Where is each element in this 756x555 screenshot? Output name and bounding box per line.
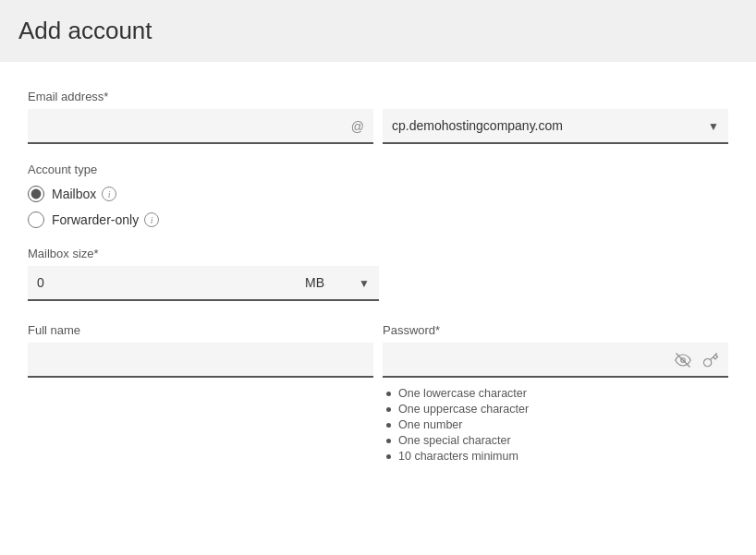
domain-select-wrapper: cp.demohostingcompany.com ▼ (383, 109, 728, 144)
mailbox-radio[interactable] (28, 186, 44, 202)
mailbox-info-icon[interactable]: i (102, 187, 116, 201)
svg-line-1 (677, 354, 690, 368)
size-unit-select[interactable]: MB GB (296, 266, 379, 301)
req-min-chars: 10 characters minimum (386, 450, 728, 463)
email-input[interactable] (28, 109, 373, 144)
email-row: Email address* @ cp.demohostingcompany.c… (28, 90, 728, 144)
password-icons (673, 350, 721, 370)
password-requirements: One lowercase character One uppercase ch… (383, 387, 728, 463)
mailbox-radio-row: Mailbox i (28, 186, 728, 202)
email-label: Email address* (28, 90, 373, 103)
mailbox-size-label: Mailbox size* (28, 247, 728, 260)
form-section: Email address* @ cp.demohostingcompany.c… (28, 90, 728, 465)
req-uppercase-text: One uppercase character (398, 403, 529, 416)
req-number-text: One number (398, 418, 462, 431)
password-input-wrapper (383, 343, 728, 378)
generate-password-button[interactable] (701, 350, 721, 370)
mailbox-size-input[interactable] (28, 266, 296, 301)
req-lowercase-bullet (386, 392, 391, 396)
password-col: Password* (383, 323, 728, 465)
account-type-label: Account type (28, 163, 728, 176)
key-icon (702, 352, 719, 368)
req-min-chars-text: 10 characters minimum (398, 450, 518, 463)
mailbox-label: Mailbox i (52, 187, 116, 201)
req-min-chars-bullet (386, 454, 391, 459)
req-uppercase-bullet (386, 407, 391, 412)
req-lowercase-text: One lowercase character (398, 387, 527, 400)
size-row: MB GB ▼ (28, 266, 379, 301)
eye-icon (675, 352, 691, 368)
req-special-text: One special character (398, 434, 511, 447)
forwarder-label: Forwarder-only i (52, 212, 159, 227)
bottom-row: Full name Password* (28, 323, 728, 465)
req-number-bullet (386, 423, 391, 428)
req-special-bullet (386, 439, 391, 443)
email-col: Email address* @ (28, 90, 373, 144)
content-area: Email address* @ cp.demohostingcompany.c… (0, 62, 756, 555)
domain-col: cp.demohostingcompany.com ▼ (383, 109, 728, 144)
forwarder-info-icon[interactable]: i (144, 212, 159, 227)
toggle-password-visibility-button[interactable] (673, 350, 693, 370)
page-header: Add account (0, 0, 756, 62)
req-uppercase: One uppercase character (386, 403, 728, 416)
req-special: One special character (386, 434, 728, 447)
password-label: Password* (383, 323, 728, 337)
req-lowercase: One lowercase character (386, 387, 728, 400)
forwarder-radio[interactable] (28, 211, 44, 228)
account-type-section: Account type Mailbox i Forwarder-only i (28, 163, 728, 228)
forwarder-radio-row: Forwarder-only i (28, 211, 728, 228)
full-name-input[interactable] (28, 343, 373, 378)
req-number: One number (386, 418, 728, 431)
email-input-wrapper: @ (28, 109, 373, 144)
mailbox-size-section: Mailbox size* MB GB ▼ (28, 247, 728, 301)
page-title: Add account (18, 17, 738, 45)
full-name-label: Full name (28, 323, 373, 337)
full-name-col: Full name (28, 323, 373, 465)
domain-select[interactable]: cp.demohostingcompany.com (383, 109, 728, 144)
size-unit-wrapper: MB GB ▼ (296, 266, 379, 301)
